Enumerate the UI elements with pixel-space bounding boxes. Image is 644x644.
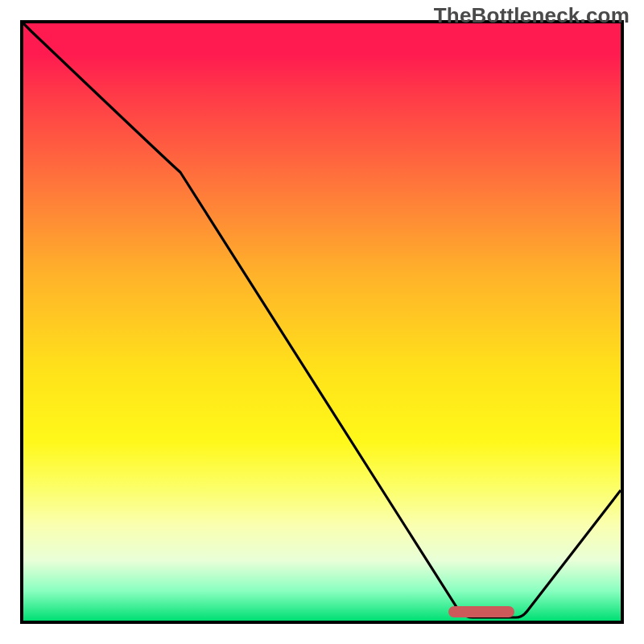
- plot-frame: [20, 20, 624, 624]
- chart-container: TheBottleneck.com: [0, 0, 644, 644]
- watermark-text: TheBottleneck.com: [434, 3, 630, 28]
- optimum-marker: [448, 606, 514, 617]
- curve-path: [23, 23, 621, 617]
- bottleneck-curve: [23, 23, 621, 621]
